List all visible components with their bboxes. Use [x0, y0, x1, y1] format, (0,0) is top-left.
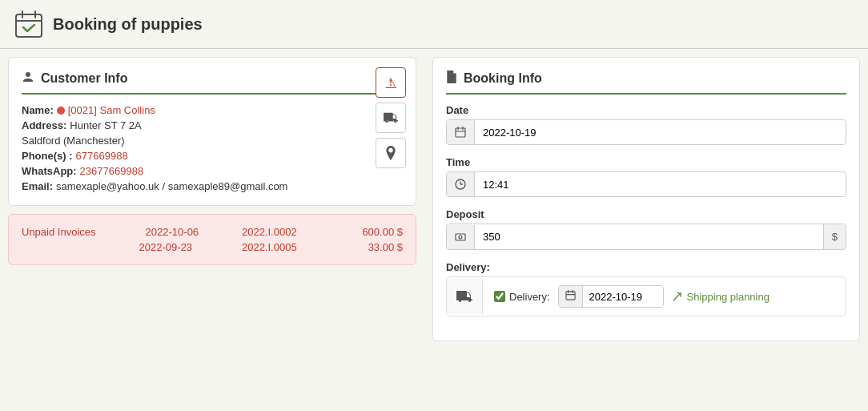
deposit-input[interactable] [475, 225, 823, 248]
clock-icon [447, 172, 475, 196]
invoice-date-1: 2022-10-06 [139, 224, 235, 240]
phone-row: Phone(s) : 677669988 [22, 150, 403, 162]
delivery-content: Delivery: [483, 277, 846, 316]
city-row: Saldford (Manchester) [22, 135, 403, 147]
location-button[interactable] [376, 138, 406, 168]
left-panel: Customer Info Name: [0021] Sam Collins A… [8, 57, 424, 265]
unpaid-invoices-card: Unpaid Invoices 2022-10-06 2022.I.0002 6… [8, 214, 416, 265]
delivery-card: Delivery: [446, 276, 846, 316]
shipping-link-text: Shipping planning [687, 291, 770, 303]
invoice-number-1: 2022.I.0002 [235, 224, 335, 240]
app-title: Booking of puppies [53, 15, 203, 34]
delivery-checkbox[interactable] [494, 291, 505, 302]
whatsapp-value: 23677669988 [80, 165, 144, 177]
status-dot [57, 107, 65, 115]
invoice-number-2: 2022.I.0005 [235, 240, 335, 255]
delivery-inner: Delivery: [447, 277, 846, 316]
unpaid-invoices-table: Unpaid Invoices 2022-10-06 2022.I.0002 6… [22, 224, 403, 255]
right-panel: Booking Info Date [424, 57, 860, 341]
user-icon [22, 71, 34, 87]
date-input[interactable] [475, 121, 846, 144]
customer-info-card: Customer Info Name: [0021] Sam Collins A… [8, 57, 416, 206]
deposit-input-wrapper: $ [446, 224, 846, 250]
calendar-icon [447, 120, 475, 144]
unpaid-label: Unpaid Invoices [22, 224, 139, 255]
name-label: Name: [22, 104, 54, 116]
email-row: Email: samexaple@yahoo.uk / samexaple89@… [22, 180, 403, 192]
invoice-amount-1: 600.00 $ [334, 224, 403, 240]
delivery-checkbox-text: Delivery: [509, 291, 550, 303]
svg-rect-13 [566, 292, 575, 300]
delivery-date-input-wrapper [558, 285, 664, 308]
invoice-amount-2: 33.00 $ [334, 240, 403, 255]
delivery-label: Delivery: [446, 261, 846, 273]
table-row: Unpaid Invoices 2022-10-06 2022.I.0002 6… [22, 224, 403, 240]
svg-rect-11 [456, 234, 465, 240]
whatsapp-label: WhatsApp: [22, 165, 77, 177]
svg-rect-4 [456, 128, 465, 137]
deposit-suffix: $ [823, 224, 846, 249]
phone-value: 677669988 [76, 150, 128, 162]
delivery-checkbox-label[interactable]: Delivery: [494, 291, 550, 303]
date-group: Date [446, 104, 846, 145]
customer-info-heading: Customer Info [41, 71, 127, 86]
delivery-date-input[interactable] [583, 287, 663, 307]
booking-info-title: Booking Info [446, 71, 846, 95]
svg-point-12 [459, 236, 462, 239]
calendar-check-icon [14, 10, 43, 38]
warning-button[interactable] [376, 67, 406, 98]
date-input-wrapper [446, 119, 846, 145]
app-header: Booking of puppies [0, 0, 868, 49]
truck-button[interactable] [376, 103, 406, 133]
city-value: Saldford (Manchester) [22, 135, 125, 147]
delivery-calendar-icon [559, 286, 583, 307]
side-buttons [376, 67, 406, 168]
delivery-truck-icon [447, 279, 483, 314]
booking-info-heading: Booking Info [464, 71, 542, 86]
customer-info-title: Customer Info [22, 71, 403, 95]
booking-info-card: Booking Info Date [432, 57, 860, 341]
deposit-label: Deposit [446, 208, 846, 220]
address-label: Address: [22, 119, 66, 131]
svg-rect-0 [16, 14, 42, 37]
address-value: Hunter ST 7 2A [70, 119, 141, 131]
time-input-wrapper [446, 171, 846, 197]
name-row: Name: [0021] Sam Collins [22, 104, 403, 116]
address-row: Address: Hunter ST 7 2A [22, 119, 403, 131]
file-icon [446, 71, 457, 87]
deposit-group: Deposit $ [446, 208, 846, 250]
name-value: [0021] Sam Collins [68, 104, 155, 116]
date-label: Date [446, 104, 846, 116]
phone-label: Phone(s) : [22, 150, 73, 162]
delivery-group: Delivery: Delivery: [446, 261, 846, 316]
time-label: Time [446, 156, 846, 168]
shipping-planning-link[interactable]: Shipping planning [672, 291, 770, 303]
email-value: samexaple@yahoo.uk / samexaple89@gmail.c… [56, 180, 287, 192]
time-group: Time [446, 156, 846, 197]
time-input[interactable] [475, 173, 846, 196]
customer-info-body: Name: [0021] Sam Collins Address: Hunter… [22, 104, 403, 192]
whatsapp-row: WhatsApp: 23677669988 [22, 165, 403, 177]
money-icon [447, 225, 475, 249]
invoice-date-2: 2022-09-23 [139, 240, 235, 255]
email-label: Email: [22, 180, 53, 192]
